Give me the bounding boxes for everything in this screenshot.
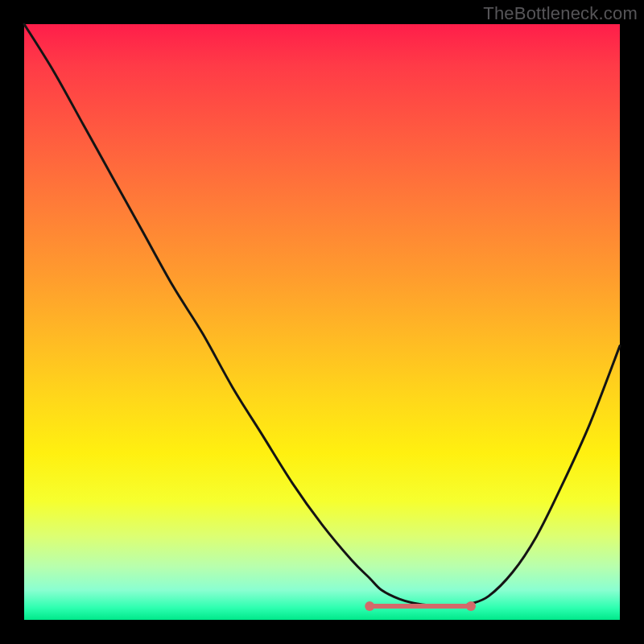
optimal-range-dot-right xyxy=(466,601,476,611)
watermark-text: TheBottleneck.com xyxy=(483,3,638,24)
chart-frame: TheBottleneck.com xyxy=(0,0,644,644)
optimal-range-dot-left xyxy=(365,601,374,611)
chart-svg xyxy=(24,24,620,620)
gradient-plot-area xyxy=(24,24,620,620)
bottleneck-curve xyxy=(24,24,620,606)
